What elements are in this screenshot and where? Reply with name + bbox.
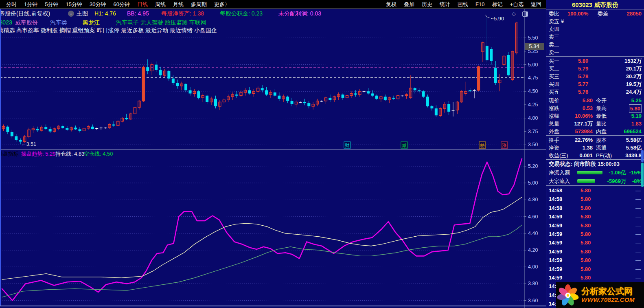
tick-row[interactable]: 14:585.80— (546, 186, 644, 195)
ask-row[interactable]: 卖五¥ (546, 18, 644, 25)
split-panel-icon[interactable] (522, 11, 528, 17)
timeframe-tab-周线[interactable]: 周线 (151, 0, 169, 9)
chevron-down-icon[interactable]: ⌄ (68, 11, 74, 17)
ask-row[interactable]: 卖二 (546, 41, 644, 48)
tick-row[interactable]: 14:595.80— (546, 265, 644, 273)
flow-bar (577, 171, 602, 174)
svg-text:5.34: 5.34 (529, 43, 539, 49)
indicator-hold-value: 持仓线: 4.83 (55, 150, 85, 158)
info-segment: 主图 (77, 10, 88, 18)
ask-row[interactable]: 卖四 (546, 25, 644, 33)
timeframe-tab-30分钟[interactable]: 30分钟 (86, 0, 110, 9)
toolbar-button-叠加[interactable]: 叠加 (400, 0, 418, 9)
stat-row: 外盘573984内盘696524 (546, 128, 644, 135)
timeframe-tab-15分钟[interactable]: 15分钟 (62, 0, 85, 9)
weibi-value: 100.00% (567, 10, 588, 18)
svg-text:4.60: 4.60 (528, 214, 538, 220)
timeframe-tab-1分钟[interactable]: 1分钟 (20, 0, 41, 9)
trading-terminal-window: 分时1分钟5分钟15分钟30分钟60分钟日线周线月线多周期更多〉 复权叠加历史统… (0, 0, 644, 308)
svg-text:4.50: 4.50 (528, 88, 538, 94)
svg-text:4.20: 4.20 (528, 247, 538, 253)
watermark-site-name: 分析家公式网 (581, 286, 635, 296)
toolbar-actions: 复权叠加历史统计画线F10标记+自选返回 (382, 0, 546, 9)
bid-row[interactable]: 买三5.7830.2万 (546, 73, 644, 80)
timeframe-tab-日线[interactable]: 日线 (134, 0, 151, 9)
toolbar-button-返回[interactable]: 返回 (527, 0, 545, 9)
tick-row[interactable]: 14:595.80— (546, 212, 644, 221)
stock-industry-link[interactable]: 汽车类 (50, 19, 67, 26)
toolbar-button-统计[interactable]: 统计 (436, 0, 454, 9)
toolbar-button-历史[interactable]: 历史 (418, 0, 436, 9)
ask-levels: 卖五¥卖四卖三卖二卖一 (546, 18, 644, 56)
weicha-label: 委差 (598, 10, 608, 18)
money-flow-rows: 净流入额-1.06亿-15%大宗流入-5969万-8% (546, 168, 644, 185)
money-flow-row: 净流入额-1.06亿-15% (546, 168, 644, 177)
bid-row[interactable]: 买一5.801532万 (546, 57, 644, 65)
stat-row: 换手22.76%股本5.58亿 (546, 136, 644, 144)
stock-region-link[interactable]: 黑龙江 (83, 19, 100, 26)
bid-row[interactable]: 买二5.7920.1万 (546, 65, 644, 73)
toolbar-button-标记[interactable]: 标记 (488, 0, 506, 9)
timeframe-tab-月线[interactable]: 月线 (169, 0, 187, 9)
timeframe-tab-更多〉[interactable]: 更多〉 (210, 0, 234, 9)
svg-text:4.40: 4.40 (528, 231, 538, 236)
toolbar-button-复权[interactable]: 复权 (382, 0, 400, 9)
info-segment: 每股公积金: 0.23 (220, 10, 263, 18)
tick-row[interactable]: 14:585.80— (546, 195, 644, 203)
top-toolbar: 分时1分钟5分钟15分钟30分钟60分钟日线周线月线多周期更多〉 复权叠加历史统… (0, 0, 546, 9)
svg-text:5.00: 5.00 (528, 62, 538, 68)
tick-row[interactable]: 14:595.80— (546, 221, 644, 230)
tick-row[interactable]: 14:585.80— (546, 204, 644, 212)
weibi-row: 委比 100.00% 委差 28050 (546, 10, 644, 18)
indicator-trend-value: 操盘趋势: 5.29 (21, 150, 56, 158)
svg-text:4.25: 4.25 (528, 102, 538, 108)
quote-symbol-title: 603023 威帝股份 (546, 0, 644, 10)
flow-bar (577, 179, 595, 183)
svg-text:减: 减 (402, 143, 407, 148)
tick-row[interactable]: 14:595.80— (546, 273, 644, 282)
svg-text:4.75: 4.75 (528, 75, 538, 81)
tick-row[interactable]: 14:595.80— (546, 256, 644, 264)
svg-text:榜: 榜 (480, 143, 485, 148)
quote-stats-2: 换手22.76%股本5.58亿净资1.38流通5.58亿收益(三)0.001PE… (546, 136, 644, 159)
stat-row: 净资1.38流通5.58亿 (546, 144, 644, 152)
ask-row[interactable]: 卖一 (546, 48, 644, 56)
info-segment: H1: 4.76 (94, 10, 116, 17)
stat-row: 总量127.1万量比1.83 (546, 120, 644, 128)
stock-concept-links[interactable]: 汽车电子 无人驾驶 胎压监测 车联网 (116, 19, 206, 26)
scrollbar-thumb-top[interactable] (641, 150, 644, 162)
svg-text:涨: 涨 (502, 143, 507, 148)
svg-text:~5.90: ~5.90 (491, 15, 504, 22)
tick-row[interactable]: 14:595.80— (546, 230, 644, 238)
stock-tags-row[interactable]: 业绩精选 高市盈率 微利股 摘帽 重组预案 昨日涨停 最近多板 最近异动 最近情… (0, 27, 217, 34)
timeframe-tab-多周期[interactable]: 多周期 (187, 0, 210, 9)
tick-row[interactable]: 14:595.80— (546, 238, 644, 247)
info-segment: 每股净资产: 1.38 (161, 10, 204, 18)
ask-row[interactable]: 卖三 (546, 33, 644, 41)
stat-row: 涨跌0.53最高5.80 (546, 104, 644, 112)
scrollbar-thumb[interactable] (641, 163, 644, 187)
toolbar-button-+自选[interactable]: +自选 (506, 0, 527, 9)
info-segment: BB: 4.95 (127, 10, 149, 17)
bid-row[interactable]: 买五5.7624.4万 (546, 88, 644, 96)
timeframe-tab-5分钟[interactable]: 5分钟 (41, 0, 62, 9)
indicator-chart[interactable]: 5.205.004.804.604.404.204.003.803.60 (0, 149, 546, 308)
window-bottom-border (0, 306, 546, 306)
weibi-label: 委比 (549, 11, 559, 17)
timeframe-tab-分时[interactable]: 分时 (2, 0, 20, 9)
stat-row: 收益(三)0.001PE(动)3439.8 (546, 152, 644, 159)
stock-code[interactable]: 603023 (0, 19, 12, 26)
info-segment: 未分配利润: 0.03 (278, 10, 321, 18)
toolbar-button-F10[interactable]: F10 (472, 0, 488, 9)
svg-text:5.00: 5.00 (528, 180, 538, 186)
timeframe-tabs: 分时1分钟5分钟15分钟30分钟60分钟日线周线月线多周期更多〉 (0, 0, 234, 9)
tick-row[interactable]: 14:595.80— (546, 247, 644, 256)
candles (2, 17, 518, 145)
svg-text:3.50: 3.50 (528, 142, 538, 147)
toolbar-button-画线[interactable]: 画线 (454, 0, 472, 9)
diamond-icon[interactable]: ◇ (512, 11, 516, 17)
stock-name[interactable]: 威帝股份 (15, 19, 38, 26)
bid-row[interactable]: 买四5.7719.5万 (546, 80, 644, 88)
timeframe-tab-60分钟[interactable]: 60分钟 (110, 0, 133, 9)
weicha-value: 28050 (627, 10, 642, 18)
